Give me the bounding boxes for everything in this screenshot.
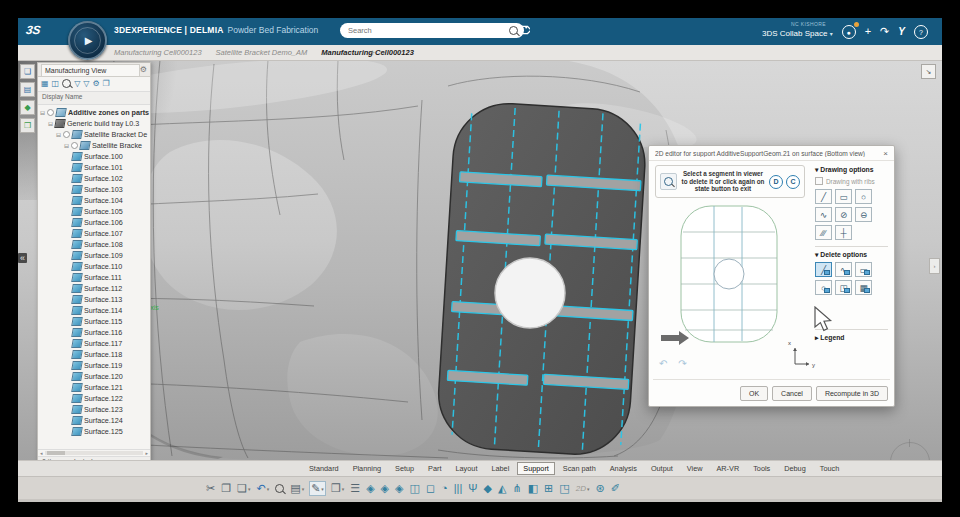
- delete-polyline-tool[interactable]: ∿: [835, 262, 852, 277]
- tree-item-surface[interactable]: Surface.113: [38, 294, 150, 305]
- dropdown-caret-icon[interactable]: ▾: [587, 486, 590, 492]
- user-account-icon[interactable]: ●: [842, 24, 856, 39]
- dropdown-caret-icon[interactable]: ▾: [267, 486, 270, 492]
- panel-settings-icon[interactable]: ⚙: [140, 65, 147, 74]
- ribbon-tab[interactable]: Standard: [303, 462, 345, 475]
- line-tool[interactable]: ╱: [815, 189, 832, 204]
- tree-item-surface[interactable]: Surface.117: [38, 338, 150, 349]
- tree-item-surface[interactable]: Surface.106: [38, 217, 150, 228]
- ribbon-tab[interactable]: Touch: [814, 462, 845, 475]
- zoom-tool-icon[interactable]: [660, 173, 677, 190]
- tree-item-surface[interactable]: Surface.120: [38, 371, 150, 382]
- tree-item[interactable]: ⊟ Additive zones on parts: [38, 107, 150, 118]
- tree-item-surface[interactable]: Surface.112: [38, 283, 150, 294]
- dropdown-caret-icon[interactable]: ▾: [342, 486, 345, 492]
- tree-item-surface[interactable]: Surface.115: [38, 316, 150, 327]
- paste-icon[interactable]: ❏ ▾: [236, 482, 251, 495]
- tree-checkbox[interactable]: [47, 109, 54, 116]
- legend-header[interactable]: ▸ Legend: [815, 334, 888, 342]
- ribbon-tab[interactable]: Debug: [778, 462, 812, 475]
- measure-icon[interactable]: ✐: [610, 482, 621, 495]
- dropdown-caret-icon[interactable]: ▾: [302, 486, 305, 492]
- expander-icon[interactable]: ⊟: [40, 109, 45, 116]
- expand-viewport-icon[interactable]: ↘: [921, 64, 936, 79]
- close-icon[interactable]: ×: [883, 149, 888, 158]
- tree-item-surface[interactable]: Surface.125: [38, 426, 150, 437]
- layers-icon[interactable]: ❐: [103, 80, 110, 88]
- filter-icon[interactable]: ▽: [74, 80, 80, 88]
- tree-item[interactable]: ⊟ Satellite Bracket De: [38, 129, 150, 140]
- wall-supports-icon[interactable]: |||: [453, 482, 464, 495]
- table-view-icon[interactable]: ▦: [41, 80, 49, 88]
- layer-filter-icon[interactable]: ◫: [52, 80, 60, 88]
- delete-rectangle-tool[interactable]: ▭: [855, 262, 872, 277]
- scrollbar-track[interactable]: [45, 451, 144, 455]
- ellipse-hatch-tool[interactable]: ⊖: [855, 207, 872, 222]
- windows-icon[interactable]: ❒ ▾: [330, 482, 345, 495]
- tree-item-surface[interactable]: Surface.116: [38, 327, 150, 338]
- collab-space-dropdown[interactable]: 3DS Collab Space ▾: [762, 29, 833, 38]
- sketch-tool-icon[interactable]: ✎ ▾: [309, 481, 326, 496]
- tree-item-surface[interactable]: Surface.103: [38, 184, 150, 195]
- tray-part-icon[interactable]: ◻: [425, 482, 436, 495]
- ribbon-tab[interactable]: Part: [422, 462, 447, 475]
- play-simulation-icon[interactable]: ◆: [20, 100, 35, 115]
- tree-item-surface[interactable]: Surface.124: [38, 415, 150, 426]
- ribbon-tab[interactable]: Label: [485, 462, 515, 475]
- expander-icon[interactable]: ⊟: [64, 142, 69, 149]
- tree-item-surface[interactable]: Surface.119: [38, 360, 150, 371]
- catalog-icon[interactable]: ▤ ▾: [289, 482, 305, 495]
- tree-item-surface[interactable]: Surface.100: [38, 151, 150, 162]
- drawing-options-header[interactable]: ▾ Drawing options: [815, 166, 888, 174]
- ribbon-tab[interactable]: Analysis: [604, 462, 643, 475]
- horizontal-scrollbar[interactable]: ◂ ▸: [38, 449, 150, 456]
- tree-item[interactable]: ⊟ Generic build tray L0.3: [38, 118, 150, 129]
- hatch-lines-tool[interactable]: ∕∕∕: [815, 225, 832, 240]
- tree-item-surface[interactable]: Surface.111: [38, 272, 150, 283]
- ribbon-tab[interactable]: Layout: [450, 462, 484, 475]
- 2d-preview[interactable]: [659, 202, 799, 352]
- dropdown-caret-icon[interactable]: ▾: [248, 486, 251, 492]
- tree-item-surface[interactable]: Surface.114: [38, 305, 150, 316]
- tree-item-surface[interactable]: Surface.118: [38, 349, 150, 360]
- tree-item-surface[interactable]: Surface.121: [38, 382, 150, 393]
- tree-item-surface[interactable]: Surface.122: [38, 393, 150, 404]
- delete-grid-tool[interactable]: ▦: [855, 280, 872, 295]
- ribbon-tab[interactable]: Planning: [347, 462, 387, 475]
- tree-item-surface[interactable]: Surface.101: [38, 162, 150, 173]
- export-support-icon[interactable]: ⊛: [594, 482, 605, 495]
- freeform-hatch-tool[interactable]: ⊘: [835, 207, 852, 222]
- tree-item-surface[interactable]: Surface.109: [38, 250, 150, 261]
- 3dswym-icon[interactable]: Y: [898, 26, 905, 37]
- copy-support-icon[interactable]: ⊞: [543, 482, 554, 495]
- tree-item-surface[interactable]: Surface.108: [38, 239, 150, 250]
- import-build-icon[interactable]: ◈: [394, 482, 404, 495]
- ribbon-tab[interactable]: Setup: [389, 462, 420, 475]
- delete-surface-tool[interactable]: ◳: [835, 280, 852, 295]
- tree-support-icon[interactable]: Ψ: [467, 482, 478, 495]
- edit-2d-support-icon[interactable]: 2D ▾: [575, 484, 591, 494]
- delete-line-tool[interactable]: ╱: [815, 262, 832, 277]
- block-support-icon[interactable]: ◧: [527, 482, 539, 495]
- search-icon[interactable]: [62, 79, 71, 90]
- document-tab[interactable]: Satellite Bracket Demo_AM: [216, 48, 308, 57]
- 3d-compass[interactable]: ▶: [68, 21, 107, 60]
- display-options-icon[interactable]: ☰: [349, 482, 361, 495]
- tree-item-surface[interactable]: Surface.105: [38, 206, 150, 217]
- perforated-support-icon[interactable]: ◭: [497, 482, 507, 495]
- undo-redo-icons[interactable]: ↶ ↷: [659, 358, 691, 369]
- right-panel-handle[interactable]: ›: [929, 258, 940, 274]
- polyline-tool[interactable]: ∿: [815, 207, 832, 222]
- dropdown-caret-icon[interactable]: ▾: [321, 486, 324, 492]
- delete-options-header[interactable]: ▾ Delete options: [815, 251, 888, 259]
- tag-icon[interactable]: [518, 24, 530, 36]
- add-app-button[interactable]: +: [865, 26, 871, 37]
- undo-icon[interactable]: ↶ ▾: [255, 482, 270, 495]
- model-browser-icon[interactable]: ▤: [20, 82, 35, 97]
- ribbon-tab[interactable]: Support: [517, 462, 555, 475]
- ribbon-tab[interactable]: Output: [645, 462, 679, 475]
- search-bar[interactable]: [340, 23, 524, 38]
- tree-item[interactable]: ⊟ Satellite Bracke: [38, 140, 150, 151]
- tree-item-surface[interactable]: Surface.102: [38, 173, 150, 184]
- window-manager-icon[interactable]: ❒: [20, 118, 35, 133]
